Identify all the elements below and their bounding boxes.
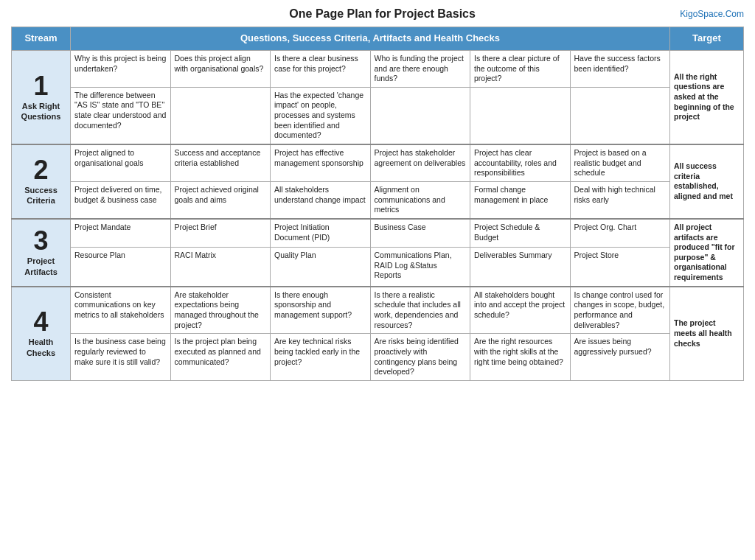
cell-s1-r1-c1: Why is this project is being undertaken? bbox=[71, 50, 171, 87]
branding[interactable]: KigoSpace.Com bbox=[680, 7, 744, 19]
cell-s2-r2-c6: Deal with high technical risks early bbox=[570, 181, 670, 218]
stream-4: 4Health Checks bbox=[12, 287, 71, 381]
cell-s4-r1-c2: Are stakeholder expectations being manag… bbox=[170, 287, 271, 334]
cell-s2-r1-c5: Project has clear accountability, roles … bbox=[470, 144, 571, 181]
stream-1: 1Ask Right Questions bbox=[12, 50, 71, 144]
cell-s1-r2-c3: Has the expected 'change impact' on peop… bbox=[271, 87, 371, 144]
cell-s4-r2-c2: Is the project plan being executed as pl… bbox=[170, 334, 271, 381]
cell-s4-r2-c3: Are key technical risks being tackled ea… bbox=[271, 334, 371, 381]
cell-s3-r2-c3: Quality Plan bbox=[271, 248, 371, 287]
cell-s3-r2-c4: Communications Plan, RAID Log &Status Re… bbox=[370, 248, 470, 287]
cell-s1-r2-c2 bbox=[170, 87, 271, 144]
target-4: The project meets all health checks bbox=[670, 287, 744, 381]
cell-s1-r1-c5: Is there a clear picture of the outcome … bbox=[470, 50, 571, 87]
cell-s1-r2-c6 bbox=[570, 87, 670, 144]
page-title: One Page Plan for Project Basics bbox=[85, 7, 680, 21]
cell-s4-r1-c1: Consistent communications on key metrics… bbox=[71, 287, 171, 334]
stream-2: 2Success Criteria bbox=[12, 144, 71, 219]
cell-s3-r2-c6: Project Store bbox=[570, 248, 670, 287]
target-3: All project artifacts are produced "fit … bbox=[670, 219, 744, 287]
cell-s2-r2-c1: Project delivered on time, budget & busi… bbox=[71, 181, 171, 218]
cell-s4-r2-c5: Are the right resources with the right s… bbox=[470, 334, 571, 381]
cell-s1-r1-c4: Who is funding the project and are there… bbox=[370, 50, 470, 87]
cell-s3-r1-c3: Project Initiation Document (PID) bbox=[271, 219, 371, 248]
cell-s3-r1-c5: Project Schedule & Budget bbox=[470, 219, 571, 248]
cell-s4-r2-c4: Are risks being identified proactively w… bbox=[370, 334, 470, 381]
cell-s3-r1-c6: Project Org. Chart bbox=[570, 219, 670, 248]
cell-s3-r2-c2: RACI Matrix bbox=[170, 248, 271, 287]
cell-s3-r1-c2: Project Brief bbox=[170, 219, 271, 248]
header-stream: Stream bbox=[12, 27, 71, 51]
cell-s2-r2-c2: Project achieved original goals and aims bbox=[170, 181, 271, 218]
cell-s3-r1-c1: Project Mandate bbox=[71, 219, 171, 248]
header-target: Target bbox=[670, 27, 744, 51]
cell-s1-r2-c1: The difference between "AS IS" state and… bbox=[71, 87, 171, 144]
cell-s2-r1-c2: Success and acceptance criteria establis… bbox=[170, 144, 271, 181]
cell-s2-r2-c3: All stakeholders understand change impac… bbox=[271, 181, 371, 218]
cell-s4-r1-c4: Is there a realistic schedule that inclu… bbox=[370, 287, 470, 334]
cell-s4-r1-c6: Is change control used for changes in sc… bbox=[570, 287, 670, 334]
cell-s2-r1-c6: Project is based on a realistic budget a… bbox=[570, 144, 670, 181]
stream-3: 3Project Artifacts bbox=[12, 219, 71, 287]
cell-s2-r2-c5: Formal change management in place bbox=[470, 181, 571, 218]
cell-s2-r2-c4: Alignment on communications and metrics bbox=[370, 181, 470, 218]
cell-s3-r2-c1: Resource Plan bbox=[71, 248, 171, 287]
cell-s1-r2-c5 bbox=[470, 87, 571, 144]
cell-s3-r1-c4: Business Case bbox=[370, 219, 470, 248]
cell-s1-r1-c6: Have the success factors been identified… bbox=[570, 50, 670, 87]
cell-s4-r1-c5: All stakeholders bought into and accept … bbox=[470, 287, 571, 334]
target-2: All success criteria established, aligne… bbox=[670, 144, 744, 219]
cell-s2-r1-c4: Project has stakeholder agreement on del… bbox=[370, 144, 470, 181]
table-header: Stream Questions, Success Criteria, Arti… bbox=[12, 27, 744, 51]
cell-s4-r2-c6: Are issues being aggressively pursued? bbox=[570, 334, 670, 381]
cell-s4-r2-c1: Is the business case being regularly rev… bbox=[71, 334, 171, 381]
header-middle: Questions, Success Criteria, Artifacts a… bbox=[71, 27, 670, 51]
cell-s1-r2-c4 bbox=[370, 87, 470, 144]
cell-s1-r1-c2: Does this project align with organisatio… bbox=[170, 50, 271, 87]
cell-s1-r1-c3: Is there a clear business case for this … bbox=[271, 50, 371, 87]
cell-s4-r1-c3: Is there enough sponsorship and manageme… bbox=[271, 287, 371, 334]
cell-s3-r2-c5: Deliverables Summary bbox=[470, 248, 571, 287]
cell-s2-r1-c1: Project aligned to organisational goals bbox=[71, 144, 171, 181]
target-1: All the right questions are asked at the… bbox=[670, 50, 744, 144]
cell-s2-r1-c3: Project has effective management sponsor… bbox=[271, 144, 371, 181]
